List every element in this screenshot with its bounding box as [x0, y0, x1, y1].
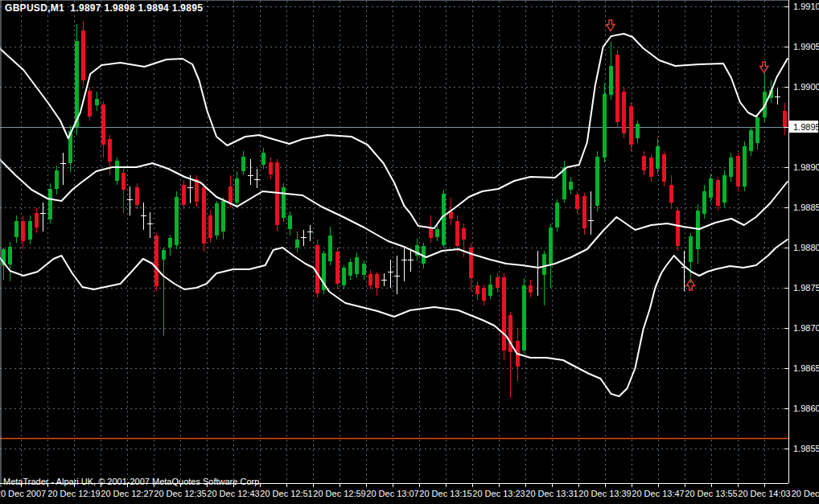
candle: [662, 151, 666, 186]
candle: [743, 141, 747, 191]
candle: [603, 84, 607, 162]
svg-text:1.9895: 1.9895: [793, 122, 819, 132]
candle: [629, 103, 633, 151]
price-axis-label: 1.9860: [793, 404, 819, 413]
time-axis-label: 20 Dec 12:43: [207, 489, 259, 498]
time-axis-label: 20 Dec 12:59: [313, 489, 365, 498]
candle: [716, 177, 720, 211]
time-axis-label: 20 Dec 13:31: [525, 489, 578, 498]
candle: [208, 211, 212, 243]
candle: [322, 251, 326, 294]
candle: [81, 21, 85, 85]
time-axis-label: 20 Dec 13:47: [632, 489, 684, 498]
candle: [555, 199, 559, 232]
candle: [154, 233, 158, 291]
time-axis-label: 20 Dec 2007: [0, 489, 46, 498]
candle: [175, 191, 179, 249]
candlestick-chart[interactable]: 1.99101.99051.99001.98901.98851.98801.98…: [0, 0, 819, 504]
candle: [522, 278, 526, 354]
candle: [275, 159, 279, 232]
candle: [88, 87, 92, 121]
time-axis-label: 20 Dec 13:55: [685, 489, 737, 498]
candle: [502, 273, 506, 360]
candle: [442, 190, 446, 248]
candle: [282, 183, 286, 222]
candle: [676, 207, 680, 251]
candle: [722, 170, 726, 207]
candle: [115, 158, 119, 185]
candle: [615, 50, 619, 127]
time-axis-label: 20 Dec 14:11: [792, 489, 819, 498]
time-axis-label: 20 Dec 12:51: [260, 489, 312, 498]
price-axis-label: 1.9905: [793, 42, 819, 51]
price-axis-label: 1.9875: [793, 283, 819, 293]
time-axis-label: 20 Dec 13:39: [578, 489, 631, 498]
time-axis-label: 20 Dec 12:35: [154, 489, 206, 498]
time-axis-label: 20 Dec 13:15: [419, 489, 471, 498]
price-axis-label: 1.9855: [793, 444, 819, 453]
copyright-status: MetaTrader - Alpari UK, © 2001-2007 Meta…: [3, 477, 261, 486]
price-axis-label: 1.9900: [793, 82, 819, 92]
time-axis-label: 20 Dec 13:07: [366, 489, 418, 498]
price-axis-label: 1.9865: [793, 363, 819, 373]
price-axis-label: 1.9890: [793, 162, 819, 172]
time-axis-label: 20 Dec 12:19: [47, 489, 100, 498]
chart-title-quote: GBPUSD,M1 1.9897 1.9898 1.9894 1.9895: [5, 2, 203, 14]
candle: [622, 87, 626, 138]
candle: [215, 201, 219, 240]
mt4-chart-window: GBPUSD,M1 1.9897 1.9898 1.9894 1.9895 1.…: [0, 0, 819, 504]
candle: [315, 240, 319, 297]
price-axis[interactable]: 1.99101.99051.99001.98901.98851.98801.98…: [784, 0, 819, 504]
time-axis-label: 20 Dec 13:23: [472, 489, 525, 498]
price-axis-label: 1.9885: [793, 203, 819, 212]
candle: [202, 183, 206, 252]
candle: [595, 151, 599, 211]
time-axis-label: 20 Dec 12:27: [101, 489, 153, 498]
current-price-tag: 1.9895: [789, 121, 819, 133]
chart-background: [0, 0, 819, 504]
time-axis-label: 20 Dec 14:03: [738, 489, 790, 498]
price-axis-label: 1.9880: [793, 243, 819, 252]
price-axis-label: 1.9870: [793, 323, 819, 333]
candle: [335, 248, 340, 289]
candle: [736, 153, 740, 191]
price-axis-label: 1.9910: [793, 2, 819, 11]
candle: [48, 183, 52, 223]
